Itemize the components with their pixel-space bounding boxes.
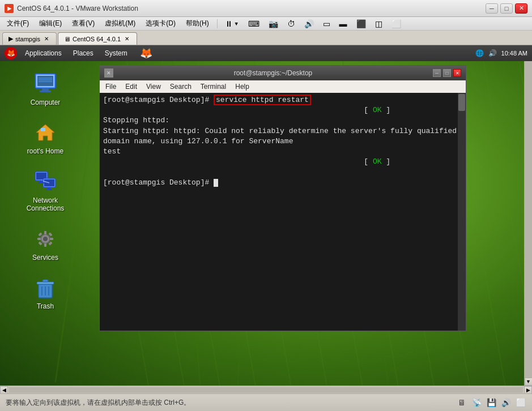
status-icons: 🖥 📡 💾 🔊 ⬜: [456, 397, 526, 408]
terminal-maximize-btn[interactable]: □: [443, 69, 451, 77]
terminal-close-btn[interactable]: ✕: [104, 68, 113, 78]
maximize-button[interactable]: □: [500, 3, 513, 14]
svg-rect-32: [37, 282, 54, 284]
terminal-x-btn[interactable]: ✕: [453, 69, 461, 77]
snapshot-btn[interactable]: 📷: [265, 18, 282, 29]
menu-edit[interactable]: 编辑(E): [35, 18, 66, 29]
window-title: CentOS 64_4.0.1 - VMware Workstation: [17, 5, 482, 12]
menu-vm[interactable]: 虚拟机(M): [100, 18, 140, 29]
menu-view[interactable]: 查看(V): [67, 18, 99, 29]
bottom-scroll-track: [9, 387, 523, 393]
scroll-right-btn[interactable]: ▶: [524, 386, 532, 394]
terminal-prompt-line: [root@stampgis Desktop]#: [103, 178, 462, 188]
gnome-app-icon: 🦊: [5, 47, 17, 59]
menu-bar: 文件(F) 编辑(E) 查看(V) 虚拟机(M) 选项卡(D) 帮助(H) ⏸ …: [0, 17, 532, 31]
terminal-menu-view[interactable]: View: [143, 82, 164, 91]
gnome-time-applet: 10:48 AM: [501, 50, 527, 57]
desktop-icon-network[interactable]: NetworkConnections: [23, 165, 68, 216]
view4-btn[interactable]: ◫: [371, 18, 386, 29]
tab-stampgis-close[interactable]: ✕: [42, 35, 50, 43]
close-button[interactable]: ✕: [515, 3, 527, 14]
tab-stampgis[interactable]: ▶ stampgis ✕: [2, 32, 57, 45]
svg-rect-17: [46, 189, 52, 190]
terminal-line-3: Stopping httpd:: [103, 115, 462, 126]
status-display-icon: ⬜: [515, 397, 526, 408]
terminal-line-5: domain name, using 127.0.0.1 for ServerN…: [103, 136, 462, 147]
network-svg: [33, 169, 58, 194]
send-key-icon: ⌨: [248, 19, 259, 28]
terminal-menu-help[interactable]: Help: [232, 82, 253, 91]
terminal-line-8: [103, 167, 462, 177]
gnome-places[interactable]: Places: [70, 48, 97, 58]
svg-rect-8: [41, 128, 45, 131]
terminal-minimize-btn[interactable]: ─: [433, 69, 441, 77]
status-bar: 要将输入定向到该虚拟机，请在虚拟机内部单击或按 Ctrl+G。 🖥 📡 💾 🔊 …: [0, 393, 532, 411]
vm-scroll-down[interactable]: ▼: [525, 378, 533, 386]
terminal-menu-edit[interactable]: Edit: [122, 82, 141, 91]
services-label: Services: [32, 254, 58, 262]
terminal-line-2: [ OK ]: [103, 105, 462, 115]
vm-area[interactable]: 🦊 Applications Places System 🦊 🌐 🔊 10:48…: [0, 45, 532, 386]
view3-icon: ⬛: [356, 19, 366, 28]
gnome-applets: 🌐 🔊 10:48 AM: [475, 49, 527, 57]
terminal-scrollbar[interactable]: [458, 93, 466, 331]
computer-label: Computer: [31, 99, 61, 106]
bottom-scrollbar-row: ◀ ▶: [0, 386, 532, 393]
terminal-menu-file[interactable]: File: [102, 82, 120, 91]
menu-file[interactable]: 文件(F): [2, 18, 33, 29]
home-svg: [33, 120, 58, 145]
menu-divider: [217, 19, 218, 28]
gnome-volume-applet: 🔊: [488, 49, 497, 57]
scroll-left-btn[interactable]: ◀: [0, 386, 8, 394]
home-icon: [32, 119, 59, 146]
status-vm-icon: 🖥: [456, 397, 467, 408]
terminal-line-4: Starting httpd: httpd: Could not reliabl…: [103, 126, 462, 136]
terminal-title-text: root@stampgis:~/Desktop: [117, 69, 429, 77]
firefox-icon[interactable]: 🦊: [140, 47, 152, 59]
svg-rect-7: [40, 91, 51, 92]
view1-icon: ▭: [323, 19, 330, 28]
vm-desktop: 🦊 Applications Places System 🦊 🌐 🔊 10:48…: [0, 45, 532, 386]
home-label: root's Home: [27, 147, 63, 155]
gnome-applications[interactable]: Applications: [22, 48, 65, 58]
view2-btn[interactable]: ▬: [335, 18, 351, 29]
desktop-icon-services[interactable]: Services: [23, 222, 68, 265]
terminal-menu-search[interactable]: Search: [167, 82, 195, 91]
view5-icon: ⬜: [391, 19, 401, 28]
timer-btn[interactable]: ⏱: [283, 18, 299, 29]
desktop-icon-home[interactable]: root's Home: [23, 115, 68, 159]
svg-point-19: [43, 237, 48, 241]
main-window: ▶ CentOS 64_4.0.1 - VMware Workstation ─…: [0, 0, 532, 411]
audio-btn[interactable]: 🔊: [300, 18, 318, 29]
tab-centos-label: CentOS 64_4.0.1: [73, 36, 121, 42]
terminal-title-bar: ✕ root@stampgis:~/Desktop ─ □ ✕: [100, 66, 466, 80]
timer-icon: ⏱: [287, 19, 295, 28]
svg-rect-14: [40, 181, 43, 182]
trash-label: Trash: [37, 302, 54, 310]
svg-rect-20: [44, 231, 46, 234]
pause-btn[interactable]: ⏸ ▼: [221, 18, 243, 29]
svg-rect-16: [48, 187, 51, 189]
gnome-system[interactable]: System: [101, 48, 131, 58]
view3-btn[interactable]: ⬛: [352, 18, 370, 29]
svg-rect-6: [42, 88, 49, 91]
menu-tabs[interactable]: 选项卡(D): [141, 18, 180, 29]
tab-centos-close[interactable]: ✕: [123, 35, 131, 43]
terminal-menu-terminal[interactable]: Terminal: [197, 82, 229, 91]
minimize-button[interactable]: ─: [486, 3, 498, 14]
window-controls: ─ □ ✕: [486, 3, 527, 14]
services-icon: [32, 225, 59, 252]
menu-help[interactable]: 帮助(H): [181, 18, 214, 29]
send-key-btn[interactable]: ⌨: [244, 18, 263, 29]
network-label: NetworkConnections: [27, 196, 65, 213]
view1-btn[interactable]: ▭: [319, 18, 334, 29]
view5-btn[interactable]: ⬜: [388, 18, 405, 29]
terminal-window[interactable]: ✕ root@stampgis:~/Desktop ─ □ ✕ File Edi…: [99, 65, 466, 331]
svg-rect-23: [50, 238, 53, 240]
desktop-icon-trash[interactable]: Trash: [23, 271, 68, 314]
desktop-icon-computer[interactable]: Computer: [23, 67, 68, 110]
audio-icon: 🔊: [304, 19, 314, 28]
tab-centos[interactable]: 🖥 CentOS 64_4.0.1 ✕: [58, 32, 137, 45]
computer-icon: [32, 70, 59, 97]
svg-rect-33: [42, 280, 48, 282]
